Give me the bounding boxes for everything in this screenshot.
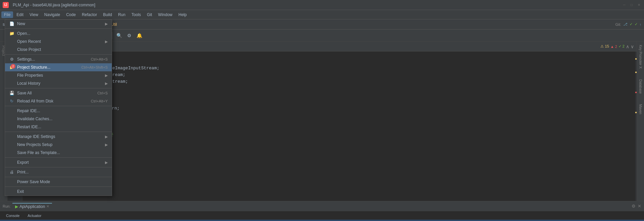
settings-btn2[interactable]: ⚙ xyxy=(125,31,133,40)
collapse-btn[interactable]: ∧ xyxy=(626,44,629,49)
code-line-14 xyxy=(31,58,629,65)
editor-toolbar-right: ⚠ 15 ▲ 2 ✓ 2 ∧ ∨ xyxy=(600,44,637,49)
menu-code[interactable]: Code xyxy=(63,11,78,18)
run-close-btn[interactable]: ✕ xyxy=(638,204,641,209)
expand-btn[interactable]: ∨ xyxy=(631,44,634,49)
sep2 xyxy=(5,54,112,55)
git-push: ↑ xyxy=(640,22,642,26)
title-bar-left: IJ PLM_Api - base64Util.java [agilefast-… xyxy=(3,2,95,8)
run-apiapp-tab[interactable]: ▶ ApiApplication ✕ xyxy=(12,203,52,210)
right-tab-key-promoter[interactable]: Key Promoter X xyxy=(638,43,643,71)
actuator-label: Actuator xyxy=(28,214,41,218)
console-tab[interactable]: Console xyxy=(3,213,23,219)
right-tab-maven[interactable]: Maven xyxy=(638,102,643,116)
sep9 xyxy=(5,187,112,187)
dropdown-print[interactable]: 🖨 Print... xyxy=(5,168,112,176)
dropdown-new-projects-setup[interactable]: New Projects Setup ▶ xyxy=(5,141,112,149)
code-content: import sun.misc.BASE64Encoder; import ja… xyxy=(28,52,632,201)
menu-run[interactable]: Run xyxy=(115,11,128,18)
git-branch[interactable]: ⎇ xyxy=(623,22,628,26)
dropdown-project-structure[interactable]: 📁 2 Project Structure... Ctrl+Alt+Shift+… xyxy=(5,63,112,71)
dropdown-open-recent-label: Open Recent xyxy=(17,39,41,44)
maximize-button[interactable]: □ xyxy=(629,3,634,7)
run-tab-close[interactable]: ✕ xyxy=(46,204,49,209)
code-line-15: import javax.imageio.stream.FileImageInp… xyxy=(31,65,629,72)
menu-edit[interactable]: Edit xyxy=(14,11,26,18)
code-line-20: import java.util.regex.Matcher; xyxy=(31,98,629,105)
dropdown-close-project[interactable]: Close Project xyxy=(5,46,112,54)
project-structure-icon-wrap: 📁 2 xyxy=(9,65,14,70)
sep6 xyxy=(5,157,112,158)
new-icon: 📄 xyxy=(9,21,14,26)
menu-git[interactable]: Git xyxy=(144,11,155,18)
right-tab-database[interactable]: Database xyxy=(638,77,643,96)
code-line-22: public class base64Util { xyxy=(31,112,629,119)
settings-icon: ⚙ xyxy=(9,57,14,62)
run-settings-btn[interactable]: ⚙ xyxy=(632,204,636,209)
menu-navigate[interactable]: Navigate xyxy=(42,11,63,18)
dropdown-export[interactable]: Export ▶ xyxy=(5,158,112,166)
dropdown-power-save[interactable]: Power Save Mode xyxy=(5,178,112,186)
dropdown-save-template[interactable]: Save File as Template... xyxy=(5,149,112,157)
sep3 xyxy=(5,88,112,88)
menu-tools[interactable]: Tools xyxy=(129,11,144,18)
dropdown-restart-ide[interactable]: Restart IDE... xyxy=(5,123,112,131)
title-bar-controls: ─ □ ✕ xyxy=(622,3,641,7)
dropdown-save-all[interactable]: 💾 Save All Ctrl+S xyxy=(5,89,112,97)
dropdown-reload[interactable]: ↻ Reload All from Disk Ctrl+Alt+Y xyxy=(5,97,112,105)
code-line-24: /** xyxy=(31,125,629,132)
dropdown-open-recent[interactable]: Open Recent ▶ xyxy=(5,38,112,46)
menu-file[interactable]: File xyxy=(1,11,13,18)
dropdown-restart-ide-label: Restart IDE... xyxy=(17,125,41,129)
dropdown-new-projects-label: New Projects Setup xyxy=(17,142,52,147)
run-bar-right: ⚙ ✕ xyxy=(632,204,641,209)
code-line-26: * @param base64Str xyxy=(31,139,629,145)
dropdown-invalidate-caches[interactable]: Invalidate Caches... xyxy=(5,115,112,123)
warning-indicator: ⚠ 15 xyxy=(600,44,609,49)
code-line-23 xyxy=(31,119,629,125)
actuator-tab[interactable]: Actuator xyxy=(24,213,45,219)
menu-help[interactable]: Help xyxy=(176,11,190,18)
sep4 xyxy=(5,106,112,106)
dropdown-close-project-label: Close Project xyxy=(17,47,41,52)
git-status: Git: xyxy=(615,22,621,26)
dropdown-new[interactable]: 📄 New ▶ xyxy=(5,20,112,28)
dropdown-manage-ide-label: Manage IDE Settings xyxy=(17,134,55,139)
menu-refactor[interactable]: Refactor xyxy=(79,11,100,18)
dropdown-exit[interactable]: Exit xyxy=(5,188,112,196)
reload-icon: ↻ xyxy=(9,99,14,103)
dropdown-export-label: Export xyxy=(17,160,29,165)
settings-shortcut: Ctrl+Alt+S xyxy=(91,57,108,61)
search-btn[interactable]: 🔍 xyxy=(115,31,123,40)
save-all-shortcut: Ctrl+S xyxy=(97,91,108,95)
close-button[interactable]: ✕ xyxy=(637,3,641,7)
local-history-arrow: ▶ xyxy=(105,81,108,86)
code-line-21: 🔒 import java.util.regex.Pattern; xyxy=(31,105,629,112)
dropdown-open[interactable]: 📁 Open... xyxy=(5,29,112,38)
title-bar: IJ PLM_Api - base64Util.java [agilefast-… xyxy=(0,0,644,10)
notifications-btn[interactable]: 🔔 xyxy=(136,31,144,40)
sep8 xyxy=(5,177,112,177)
open-recent-arrow: ▶ xyxy=(105,40,108,44)
menu-window[interactable]: Window xyxy=(155,11,175,18)
menu-build[interactable]: Build xyxy=(100,11,115,18)
code-line-16: import java.io.BufferedOutputStream; xyxy=(31,72,629,78)
error-indicator: ▲ 2 xyxy=(610,45,617,49)
git-check2: ✓ xyxy=(635,22,638,26)
console-label: Console xyxy=(6,214,19,218)
menu-view[interactable]: View xyxy=(27,11,41,18)
console-tab-bar: Console Actuator xyxy=(0,211,644,220)
dropdown-settings[interactable]: ⚙ Settings... Ctrl+Alt+S xyxy=(5,55,112,63)
dropdown-repair-ide[interactable]: Repair IDE... xyxy=(5,107,112,115)
dropdown-file-properties[interactable]: File Properties ▶ xyxy=(5,71,112,79)
dropdown-save-template-label: Save File as Template... xyxy=(17,150,60,155)
code-line-13: import sun.misc.BASE64Encoder; xyxy=(31,52,629,58)
dropdown-print-label: Print... xyxy=(17,170,29,174)
export-arrow: ▶ xyxy=(105,160,108,165)
dropdown-local-history[interactable]: Local History ▶ xyxy=(5,79,112,87)
dropdown-save-all-label: Save All xyxy=(17,91,32,95)
minimize-button[interactable]: ─ xyxy=(622,3,627,7)
file-dropdown-menu: 📄 New ▶ 📁 Open... Open Recent ▶ Close Pr… xyxy=(5,19,112,196)
dropdown-manage-ide-settings[interactable]: Manage IDE Settings ▶ xyxy=(5,133,112,141)
dropdown-power-save-label: Power Save Mode xyxy=(17,179,50,184)
